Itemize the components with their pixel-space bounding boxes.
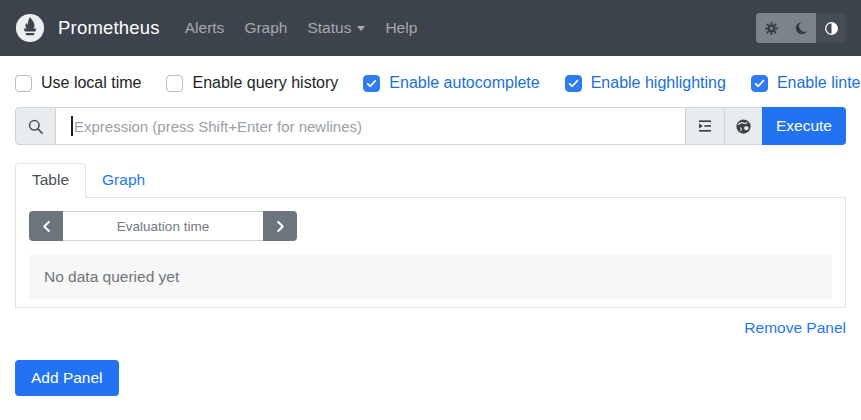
execute-button[interactable]: Execute — [762, 107, 846, 145]
query-options-row: Use local time Enable query history Enab… — [15, 72, 846, 94]
option-enable-query-history[interactable]: Enable query history — [166, 74, 338, 92]
option-label: Enable highlighting — [591, 74, 726, 92]
checkbox-unchecked-icon[interactable] — [166, 75, 183, 92]
nav-item-graph[interactable]: Graph — [244, 11, 287, 45]
text-cursor — [71, 116, 73, 136]
moon-icon — [793, 20, 809, 36]
format-expression-icon — [696, 117, 714, 135]
search-icon — [26, 117, 45, 136]
check-icon — [754, 78, 765, 89]
theme-auto-button[interactable] — [816, 13, 846, 43]
checkbox-checked-icon[interactable] — [363, 75, 380, 92]
nav-item-status-label: Status — [307, 19, 351, 37]
check-icon — [568, 78, 579, 89]
nav-links: Alerts Graph Status Help — [175, 11, 428, 45]
option-enable-highlighting[interactable]: Enable highlighting — [565, 74, 726, 92]
metrics-explorer-button[interactable] — [724, 107, 763, 145]
checkbox-checked-icon[interactable] — [751, 75, 768, 92]
prometheus-brand[interactable]: Prometheus — [15, 13, 160, 43]
gear-sun-icon — [763, 20, 780, 37]
option-label: Enable linter — [777, 74, 861, 92]
navbar: Prometheus Alerts Graph Status Help — [0, 0, 861, 56]
add-panel-row: Add Panel — [15, 360, 846, 396]
tab-table[interactable]: Table — [15, 163, 86, 198]
half-circle-icon — [823, 20, 840, 37]
option-label: Enable query history — [192, 74, 338, 92]
nav-item-status[interactable]: Status — [307, 11, 365, 45]
evaluation-time-input[interactable] — [63, 211, 263, 241]
option-enable-linter[interactable]: Enable linter — [751, 74, 861, 92]
chevron-right-icon — [275, 220, 286, 233]
format-expression-button[interactable] — [685, 107, 725, 145]
remove-panel-link[interactable]: Remove Panel — [744, 319, 846, 336]
theme-toggle-group — [756, 13, 846, 43]
theme-light-button[interactable] — [756, 13, 786, 43]
check-icon — [366, 78, 377, 89]
evaluation-time-stepper — [29, 211, 297, 241]
tab-graph[interactable]: Graph — [86, 164, 161, 197]
prometheus-logo-icon — [15, 13, 45, 43]
table-panel-body: No data queried yet — [15, 198, 846, 308]
no-data-message: No data queried yet — [29, 254, 832, 299]
remove-panel-row: Remove Panel — [15, 319, 846, 337]
option-enable-autocomplete[interactable]: Enable autocomplete — [363, 74, 539, 92]
chevron-down-icon — [357, 26, 365, 31]
nav-item-help[interactable]: Help — [385, 11, 417, 45]
expression-input-wrap — [55, 107, 686, 145]
nav-item-alerts[interactable]: Alerts — [185, 11, 225, 45]
option-use-local-time[interactable]: Use local time — [15, 74, 141, 92]
metrics-explorer-globe-icon — [734, 117, 753, 136]
option-label: Enable autocomplete — [389, 74, 539, 92]
increase-time-button[interactable] — [263, 211, 297, 241]
expression-input-group: Execute — [15, 107, 846, 145]
panel-tabs: Table Graph — [15, 163, 846, 198]
brand-title[interactable]: Prometheus — [58, 17, 160, 39]
add-panel-button[interactable]: Add Panel — [15, 360, 119, 396]
theme-dark-button[interactable] — [786, 13, 816, 43]
checkbox-checked-icon[interactable] — [565, 75, 582, 92]
chevron-left-icon — [41, 220, 52, 233]
search-addon — [15, 107, 56, 145]
option-label: Use local time — [41, 74, 141, 92]
expression-input[interactable] — [55, 107, 686, 145]
checkbox-unchecked-icon[interactable] — [15, 75, 32, 92]
decrease-time-button[interactable] — [29, 211, 63, 241]
